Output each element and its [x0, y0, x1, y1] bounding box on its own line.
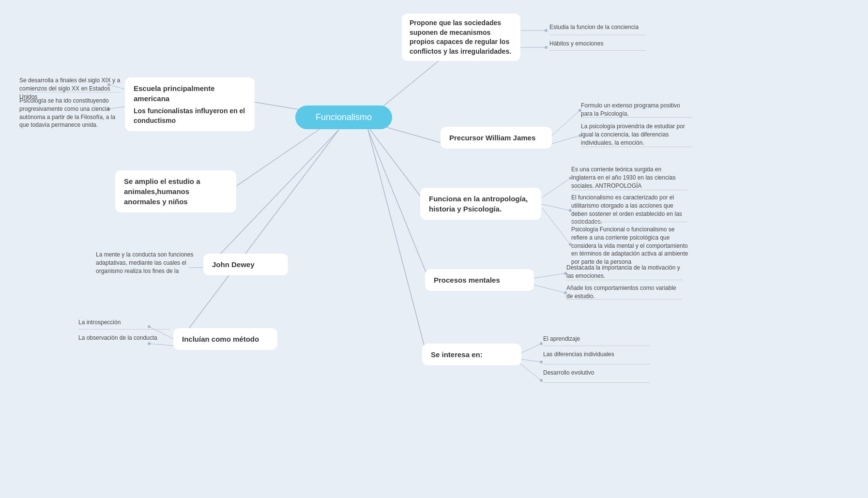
utilitarismo-text: El funcionalismo es caracterizado por el… — [571, 194, 682, 225]
procesos-mentales-node: Procesos mentales — [425, 269, 534, 291]
aprendizaje-text: El aprendizaje — [543, 335, 580, 342]
psicologia-funcional-text: Psicología Funcional o funcionalismo se … — [571, 226, 688, 265]
john-dewey-node: John Dewey — [203, 254, 288, 275]
svg-line-7 — [552, 110, 580, 136]
svg-line-12 — [542, 204, 570, 211]
svg-point-36 — [540, 361, 543, 363]
destacada-node: Destacada la importancia de la motivació… — [566, 264, 683, 280]
introspeccion-node: La introspección — [78, 318, 121, 327]
observacion-node: La observación de la conducta — [78, 334, 157, 342]
svg-line-8 — [552, 136, 580, 144]
funciona-antropologia-node: Funciona en la antropología, historia y … — [420, 188, 541, 220]
estudia-funcion-text: Estudia la funcion de la conciencia — [549, 24, 639, 30]
svg-point-35 — [540, 342, 543, 345]
svg-line-11 — [542, 178, 570, 197]
center-label: Funcionalismo — [316, 112, 372, 122]
center-node: Funcionalismo — [295, 106, 392, 129]
se-interesa-text: Se interesa en: — [431, 350, 483, 359]
formulo-text: Formulo un extenso programa positivo par… — [581, 102, 680, 117]
introspeccion-text: La introspección — [78, 319, 121, 326]
anade-node: Añade los comportamientos como variable … — [566, 284, 683, 301]
aprendizaje-node: El aprendizaje — [543, 335, 580, 343]
john-dewey-text: John Dewey — [212, 260, 255, 269]
svg-line-22 — [368, 130, 427, 358]
precursor-text: Precursor William James — [449, 134, 535, 142]
psicologia-funcional-node: Psicología Funcional o funcionalismo se … — [571, 226, 692, 266]
estudia-funcion-node: Estudia la funcion de la conciencia — [549, 23, 639, 31]
corriente-teorica-text: Es una corriente teórica surgida en Ingl… — [571, 166, 675, 189]
escuela-line1: Escuela principalmente americana — [134, 83, 246, 104]
svg-point-37 — [540, 379, 543, 382]
desarrollo-text: Desarrollo evolutivo — [543, 369, 594, 376]
amplio-estudio-node: Se amplio el estudio a animales,humanos … — [115, 170, 236, 212]
psicologia-constituye-node: Psicología se ha ido constituyendo progr… — [19, 97, 123, 129]
incluian-metodo-node: Incluían como método — [173, 328, 277, 350]
incluian-metodo-text: Incluían como método — [182, 335, 259, 343]
top-box-text: Propone que las sociedades suponen de me… — [410, 19, 511, 55]
svg-line-17 — [533, 273, 565, 278]
escuela-americana-node: Escuela principalmente americana Los fun… — [125, 77, 255, 131]
corriente-teorica-node: Es una corriente teórica surgida en Ingl… — [571, 166, 687, 190]
precursor-node: Precursor William James — [441, 127, 552, 149]
svg-line-10 — [368, 127, 425, 202]
psicologia-provendra-node: La psicología provendría de estudiar por… — [581, 122, 692, 147]
diferencias-text: Las diferencias individuales — [543, 351, 614, 358]
psicologia-constituye-text: Psicología se ha ido constituyendo progr… — [19, 97, 115, 128]
escuela-line2: Los funcionalistas influyeron en el cond… — [134, 106, 246, 125]
formulo-node: Formulo un extenso programa positivo par… — [581, 102, 692, 118]
svg-line-18 — [533, 285, 565, 293]
habitos-node: Hábitos y emociones — [549, 40, 603, 48]
svg-point-39 — [148, 342, 151, 345]
svg-point-27 — [545, 46, 548, 49]
destacada-text: Destacada la importancia de la motivació… — [566, 264, 680, 279]
mente-conducta-node: La mente y la conducta son funciones ada… — [96, 251, 201, 275]
svg-line-24 — [520, 359, 541, 362]
diferencias-node: Las diferencias individuales — [543, 350, 614, 359]
funciona-antropologia-text: Funciona en la antropología, historia y … — [429, 195, 528, 213]
habitos-text: Hábitos y emociones — [549, 40, 603, 47]
svg-point-26 — [545, 29, 548, 32]
mente-conducta-text: La mente y la conducta son funciones ada… — [96, 251, 193, 274]
svg-line-23 — [520, 344, 541, 353]
svg-line-9 — [232, 126, 324, 189]
procesos-mentales-text: Procesos mentales — [434, 276, 500, 284]
se-interesa-node: Se interesa en: — [422, 344, 521, 365]
svg-line-25 — [520, 364, 541, 380]
svg-line-13 — [542, 208, 570, 244]
svg-line-19 — [178, 130, 339, 343]
anade-text: Añade los comportamientos como variable … — [566, 285, 676, 300]
amplio-estudio-text: Se amplio el estudio a animales,humanos … — [124, 177, 200, 206]
svg-point-38 — [148, 325, 151, 328]
observacion-text: La observación de la conducta — [78, 334, 157, 341]
desarrollo-node: Desarrollo evolutivo — [543, 369, 594, 377]
psicologia-provendra-text: La psicología provendría de estudiar por… — [581, 123, 685, 146]
top-box: Propone que las sociedades suponen de me… — [402, 14, 520, 61]
